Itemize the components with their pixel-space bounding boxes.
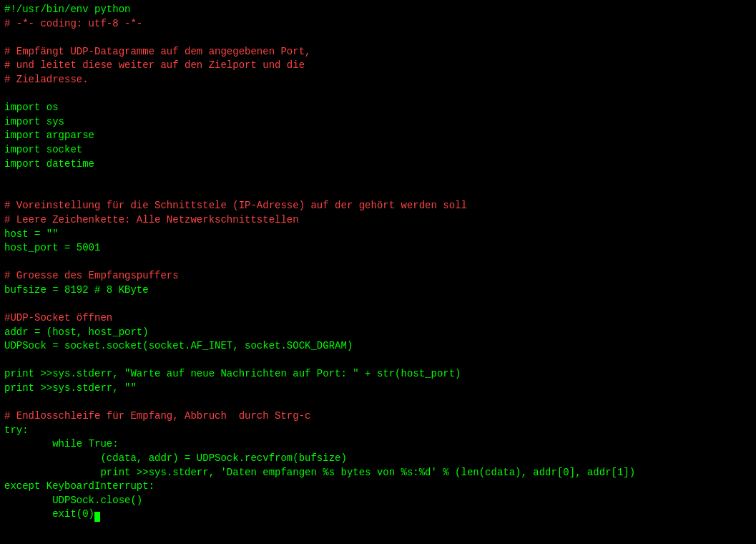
code-line: try: (4, 424, 752, 438)
code-line: exit(0) (4, 507, 752, 522)
code-line: host_port = 5001 (4, 241, 752, 256)
code-line: # -*- coding: utf-8 -*- (4, 17, 752, 31)
code-line (4, 31, 752, 45)
code-line (4, 354, 752, 368)
code-line: import socket (4, 143, 752, 157)
code-line: import argparse (4, 129, 752, 143)
code-line (4, 171, 752, 185)
code-line: # Empfängt UDP-Datagramme auf dem angege… (4, 45, 752, 59)
code-line: (cdata, addr) = UDPSock.recvfrom(bufsize… (4, 452, 752, 466)
code-line: import sys (4, 115, 752, 130)
code-line (4, 396, 752, 410)
code-line (4, 87, 752, 102)
code-line: import datetime (4, 157, 752, 172)
code-line: while True: (4, 437, 752, 452)
cursor (94, 512, 100, 522)
code-line: #UDP-Socket öffnen (4, 311, 752, 326)
code-line: addr = (host, host_port) (4, 326, 752, 340)
code-line: # und leitet diese weiter auf den Zielpo… (4, 59, 752, 73)
code-line: print >>sys.stderr, "" (4, 382, 752, 396)
code-line: # Voreinstellung für die Schnittstele (I… (4, 199, 752, 213)
code-line: print >>sys.stderr, 'Daten empfangen %s … (4, 466, 752, 480)
code-line: import os (4, 101, 752, 115)
code-line: print >>sys.stderr, "Warte auf neue Nach… (4, 367, 752, 382)
code-line: UDPSock.close() (4, 494, 752, 508)
code-editor: #!/usr/bin/env python# -*- coding: utf-8… (0, 0, 756, 544)
code-line: UDPSock = socket.socket(socket.AF_INET, … (4, 339, 752, 354)
code-line: host = "" (4, 228, 752, 242)
code-line (4, 297, 752, 311)
code-line: # Zieladresse. (4, 73, 752, 87)
code-line: bufsize = 8192 # 8 KByte (4, 283, 752, 298)
code-line: # Leere Zeichenkette: Alle Netzwerkschni… (4, 213, 752, 228)
code-line (4, 185, 752, 200)
code-line: # Endlosschleife für Empfang, Abbruch du… (4, 409, 752, 424)
code-line: except KeyboardInterrupt: (4, 480, 752, 494)
code-line (4, 256, 752, 270)
code-line: #!/usr/bin/env python (4, 3, 752, 17)
code-line: # Groesse des Empfangspuffers (4, 269, 752, 283)
